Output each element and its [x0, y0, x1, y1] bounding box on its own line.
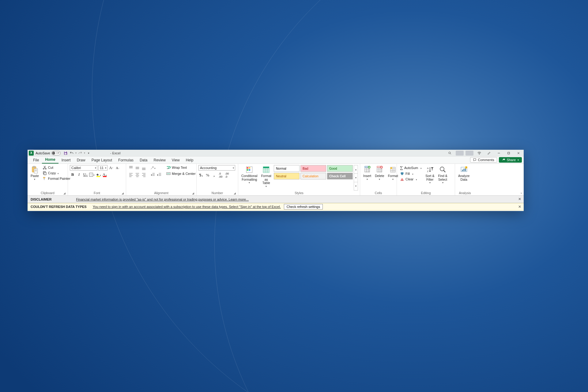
conditional-formatting-button[interactable]: ConditionalFormatting▾: [240, 165, 259, 190]
paste-button[interactable]: Paste▾: [29, 165, 40, 190]
font-color-button[interactable]: A: [102, 172, 107, 177]
share-button[interactable]: Share▾: [499, 157, 522, 163]
svg-rect-3: [508, 152, 510, 154]
maximize-button[interactable]: [505, 150, 513, 156]
minimize-button[interactable]: [495, 150, 503, 156]
tab-data[interactable]: Data: [137, 157, 150, 164]
format-as-table-button[interactable]: Format asTable▾: [260, 165, 273, 190]
tab-formulas[interactable]: Formulas: [115, 157, 137, 164]
undo-caret[interactable]: ▾: [75, 152, 77, 154]
percent-button[interactable]: %: [205, 172, 210, 178]
svg-rect-16: [249, 167, 251, 169]
svg-text:A: A: [427, 167, 429, 170]
decrease-font-button[interactable]: A↓: [115, 165, 120, 171]
save-icon[interactable]: [63, 151, 68, 156]
redo-icon[interactable]: [78, 151, 83, 156]
tab-review[interactable]: Review: [150, 157, 168, 164]
refresh-warning-close-icon[interactable]: ✕: [518, 205, 521, 209]
bold-button[interactable]: B: [70, 172, 75, 177]
font-size-combo[interactable]: 11: [98, 165, 107, 171]
orientation-button[interactable]: [150, 165, 156, 171]
increase-indent-button[interactable]: [156, 172, 162, 177]
fill-button[interactable]: Fill: [399, 171, 423, 176]
style-good[interactable]: Good: [327, 165, 353, 172]
style-check-cell[interactable]: Check Cell: [327, 173, 353, 179]
check-refresh-button[interactable]: Check refresh settings: [284, 204, 323, 209]
svg-point-8: [45, 168, 47, 169]
clipboard-dialog-launcher[interactable]: ◢: [63, 192, 66, 195]
search-icon[interactable]: [446, 150, 454, 156]
wrap-text-button[interactable]: ab Wrap Text: [165, 165, 202, 170]
titlebar: X AutoSave Off ▾ ▾ ▾ - Excel: [28, 150, 524, 156]
tab-draw[interactable]: Draw: [74, 157, 89, 164]
refresh-warning-link[interactable]: You need to sign in with an account asso…: [93, 205, 281, 209]
copy-button[interactable]: Copy: [41, 171, 72, 175]
sort-filter-button[interactable]: AZ Sort &Filter▾: [424, 165, 435, 190]
style-bad[interactable]: Bad: [300, 165, 326, 172]
number-dialog-launcher[interactable]: ◢: [233, 192, 236, 195]
underline-button[interactable]: U: [83, 172, 88, 177]
align-center-button[interactable]: [134, 172, 140, 177]
clear-button[interactable]: Clear: [399, 177, 423, 182]
font-name-combo[interactable]: Calibri: [70, 165, 97, 171]
pen-icon[interactable]: [485, 150, 493, 156]
comma-style-button[interactable]: ,: [211, 172, 217, 178]
svg-rect-20: [263, 167, 270, 168]
increase-font-button[interactable]: A↑: [108, 165, 114, 171]
alignment-dialog-launcher[interactable]: ◢: [191, 192, 194, 195]
disclaimer-link[interactable]: Financial market information is provided…: [76, 198, 249, 201]
align-middle-button[interactable]: [134, 165, 140, 171]
group-clipboard: Paste▾ Cut Copy Format Painter: [28, 164, 68, 195]
svg-rect-10: [44, 172, 46, 175]
fill-color-button[interactable]: [96, 172, 101, 177]
collapse-ribbon-button[interactable]: ⌄: [520, 191, 522, 194]
style-neutral[interactable]: Neutral: [274, 173, 300, 179]
find-select-button[interactable]: Find &Select▾: [437, 165, 448, 190]
autosave-toggle[interactable]: Off: [51, 151, 61, 155]
autosum-button[interactable]: ∑AutoSum: [399, 165, 423, 171]
italic-button[interactable]: I: [76, 172, 82, 177]
close-button[interactable]: [514, 150, 522, 156]
account-placeholder[interactable]: [456, 151, 464, 156]
svg-rect-24: [377, 168, 382, 172]
svg-point-7: [43, 168, 44, 169]
tab-home[interactable]: Home: [42, 156, 58, 164]
number-format-combo[interactable]: Accounting: [198, 165, 235, 171]
gallery-scroll[interactable]: ▴▾▾: [354, 165, 358, 190]
merge-center-button[interactable]: Merge & Center: [165, 171, 202, 176]
svg-rect-0: [65, 151, 66, 152]
style-calculation[interactable]: Calculation: [300, 173, 326, 179]
cut-button[interactable]: Cut: [41, 165, 72, 170]
align-bottom-button[interactable]: [141, 165, 146, 171]
align-right-button[interactable]: [141, 172, 146, 177]
cell-styles-gallery: NormalBadGoodNeutralCalculationCheck Cel…: [274, 165, 353, 190]
svg-rect-18: [249, 169, 251, 171]
borders-button[interactable]: [89, 172, 95, 177]
increase-decimal-button[interactable]: .0.00: [218, 172, 223, 178]
diamond-icon[interactable]: [475, 150, 483, 156]
group-font: Calibri 11 A↑ A↓ B I U A Font◢: [68, 164, 126, 195]
format-painter-button[interactable]: Format Painter: [41, 176, 72, 181]
tab-page-layout[interactable]: Page Layout: [89, 157, 115, 164]
tab-view[interactable]: View: [169, 157, 183, 164]
decrease-decimal-button[interactable]: .00.0: [224, 172, 230, 178]
style-normal[interactable]: Normal: [274, 165, 300, 172]
tab-insert[interactable]: Insert: [58, 157, 74, 164]
qat-customize-icon[interactable]: ▾: [86, 151, 91, 156]
disclaimer-close-icon[interactable]: ✕: [518, 197, 521, 201]
account-placeholder[interactable]: [466, 151, 473, 156]
delete-cells-button[interactable]: Delete▾: [374, 165, 385, 190]
undo-icon[interactable]: [69, 151, 74, 156]
tab-file[interactable]: File: [30, 157, 42, 164]
insert-cells-button[interactable]: Insert▾: [362, 165, 372, 190]
font-dialog-launcher[interactable]: ◢: [121, 192, 124, 195]
accounting-format-button[interactable]: $: [198, 172, 204, 178]
decrease-indent-button[interactable]: [150, 172, 156, 177]
tab-help[interactable]: Help: [183, 157, 197, 164]
align-left-button[interactable]: [128, 172, 134, 177]
align-top-button[interactable]: [128, 165, 134, 171]
group-alignment: ab Wrap Text Merge & Center Alignment◢: [126, 164, 197, 195]
redo-caret[interactable]: ▾: [84, 152, 85, 154]
analyze-data-button[interactable]: AnalyzeData: [457, 165, 471, 190]
comments-button[interactable]: Comments: [470, 157, 497, 163]
